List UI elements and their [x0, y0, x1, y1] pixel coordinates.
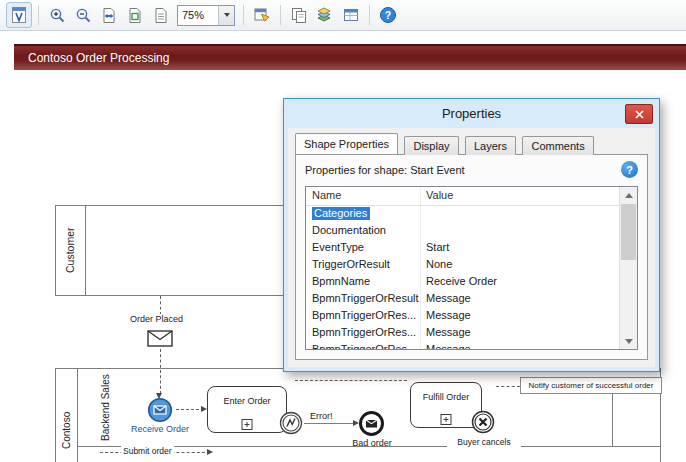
error-flow-label: Error! [308, 411, 335, 421]
property-row-eventtype[interactable]: EventType Start [306, 239, 620, 256]
pool-label-contoso[interactable]: Contoso [55, 398, 77, 462]
notify-connector-line[interactable] [612, 394, 613, 446]
enter-order-label: Enter Order [223, 396, 270, 406]
property-row[interactable]: BpmnTriggerOrRes... Message [306, 324, 620, 341]
property-name[interactable]: Documentation [312, 224, 386, 236]
enter-order-task[interactable]: Enter Order [207, 386, 287, 433]
tab-shape-properties[interactable]: Shape Properties [295, 133, 398, 154]
properties-dialog: Properties Shape Properties Display Laye… [283, 98, 660, 372]
shape-properties-caption: Properties for shape: Start Event [305, 164, 465, 176]
scrollbar-down-icon[interactable] [620, 333, 637, 349]
receive-order-start-event[interactable] [147, 397, 173, 427]
close-icon [635, 110, 644, 119]
error-boundary-event[interactable] [279, 411, 303, 439]
order-placed-envelope-icon[interactable] [147, 330, 173, 351]
receive-order-label: Receive Order [122, 424, 198, 434]
close-button[interactable] [625, 104, 653, 124]
sequence-flow-line[interactable] [176, 409, 204, 410]
submit-order-label: Submit order [121, 446, 174, 456]
customer-lane-label-divider [85, 205, 86, 295]
message-flow-line[interactable] [295, 380, 407, 381]
grid-rows: Categories Documentation EventType Start [306, 205, 620, 349]
property-row-bpmnname[interactable]: BpmnName Receive Order [306, 273, 620, 290]
property-name[interactable]: EventType [312, 241, 364, 253]
property-row[interactable]: BpmnTriggerOrRes... Message [306, 307, 620, 324]
property-value[interactable]: Message [426, 292, 471, 304]
subprocess-plus-marker [242, 419, 253, 430]
property-name[interactable]: BpmnTriggerOrRes... [312, 309, 416, 321]
property-value[interactable]: Message [426, 309, 471, 321]
shape-properties-panel: Properties for shape: Start Event ? Name… [295, 154, 648, 360]
property-value[interactable]: Start [426, 241, 449, 253]
lane-label-backend-sales[interactable]: Backend Sales [88, 370, 122, 446]
error-flow-line[interactable] [304, 423, 356, 424]
app-window: 75% ? Contoso Order Processing Cust [0, 0, 686, 462]
buyer-cancels-label: Buyer cancels [447, 437, 521, 447]
dialog-titlebar[interactable]: Properties [284, 99, 659, 128]
property-name[interactable]: BpmnTriggerOrResult [312, 292, 419, 304]
property-name[interactable]: BpmnTriggerOrRes... [312, 343, 416, 349]
grid-header: Name Value [306, 187, 620, 206]
notify-customer-box[interactable]: Notify customer of successful order [520, 377, 662, 394]
scrollbar-up-icon[interactable] [620, 187, 637, 203]
notify-customer-label: Notify customer of successful order [529, 381, 654, 390]
property-value[interactable]: None [426, 258, 452, 270]
flow-arrowhead [207, 449, 213, 455]
property-row-documentation[interactable]: Documentation [306, 222, 620, 239]
message-flow-line[interactable] [160, 349, 161, 394]
scrollbar[interactable] [619, 187, 637, 349]
property-name[interactable]: BpmnTriggerOrRes... [312, 326, 416, 338]
tab-display[interactable]: Display [404, 136, 458, 155]
help-glyph: ? [626, 164, 633, 176]
dialog-help-icon[interactable]: ? [621, 161, 638, 178]
property-row[interactable]: BpmnTriggerOrRes... Message [306, 341, 620, 349]
property-row-categories[interactable]: Categories [306, 205, 620, 222]
fulfill-order-label: Fulfill Order [423, 392, 470, 402]
bad-order-end-event[interactable] [358, 410, 385, 441]
subprocess-plus-marker [441, 414, 452, 425]
property-row-bpmntriggerorresult[interactable]: BpmnTriggerOrResult Message [306, 290, 620, 307]
property-name[interactable]: BpmnName [312, 275, 370, 287]
property-value[interactable]: Message [426, 343, 471, 349]
properties-grid: Name Value Categories Documentation [305, 186, 638, 350]
bad-order-label: Bad order [341, 438, 403, 448]
scrollbar-thumb[interactable] [621, 204, 636, 260]
order-placed-label: Order Placed [128, 314, 185, 324]
message-flow-line[interactable] [496, 386, 520, 387]
tab-layers[interactable]: Layers [465, 136, 516, 155]
property-row-triggerorresult[interactable]: TriggerOrResult None [306, 256, 620, 273]
pool-label-divider [77, 368, 78, 462]
column-header-value[interactable]: Value [426, 189, 453, 201]
dialog-body: Shape Properties Display Layers Comments… [288, 128, 655, 367]
property-value[interactable]: Message [426, 326, 471, 338]
dialog-title: Properties [442, 106, 501, 121]
cancel-boundary-event[interactable] [471, 410, 495, 438]
tab-comments[interactable]: Comments [522, 136, 593, 155]
column-header-name[interactable]: Name [312, 189, 341, 201]
lane-label-customer[interactable]: Customer [55, 205, 85, 295]
dialog-tabs: Shape Properties Display Layers Comments [288, 128, 655, 154]
property-name[interactable]: TriggerOrResult [312, 258, 390, 270]
property-value[interactable]: Receive Order [426, 275, 497, 287]
message-flow-line[interactable] [160, 296, 161, 315]
selected-property-name[interactable]: Categories [312, 207, 370, 220]
